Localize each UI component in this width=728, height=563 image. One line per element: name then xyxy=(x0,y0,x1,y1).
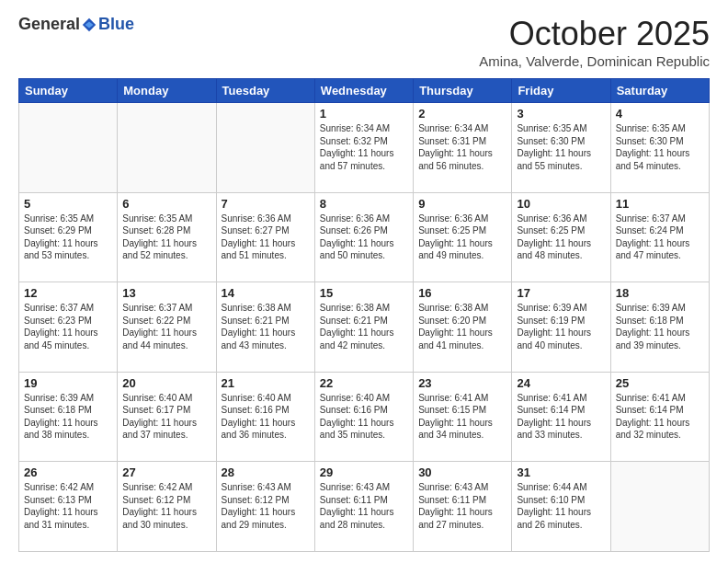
day-info: Sunrise: 6:41 AM Sunset: 6:14 PM Dayligh… xyxy=(517,392,605,442)
logo: General Blue xyxy=(18,15,134,34)
table-cell: 16Sunrise: 6:38 AM Sunset: 6:20 PM Dayli… xyxy=(414,282,512,373)
table-cell: 25Sunrise: 6:41 AM Sunset: 6:14 PM Dayli… xyxy=(610,372,709,462)
table-cell: 14Sunrise: 6:38 AM Sunset: 6:21 PM Dayli… xyxy=(216,282,314,373)
day-number: 2 xyxy=(418,107,506,121)
header-tuesday: Tuesday xyxy=(216,79,314,103)
header: General Blue October 2025 Amina, Valverd… xyxy=(18,15,710,69)
table-cell: 31Sunrise: 6:44 AM Sunset: 6:10 PM Dayli… xyxy=(512,462,610,552)
table-cell xyxy=(118,103,216,193)
week-row-4: 26Sunrise: 6:42 AM Sunset: 6:13 PM Dayli… xyxy=(19,462,710,552)
day-number: 7 xyxy=(222,197,310,211)
table-cell: 24Sunrise: 6:41 AM Sunset: 6:14 PM Dayli… xyxy=(512,372,610,462)
day-number: 24 xyxy=(517,376,605,390)
day-number: 27 xyxy=(122,465,210,479)
day-info: Sunrise: 6:34 AM Sunset: 6:31 PM Dayligh… xyxy=(418,122,506,172)
day-info: Sunrise: 6:41 AM Sunset: 6:15 PM Dayligh… xyxy=(418,392,506,442)
header-saturday: Saturday xyxy=(610,79,709,103)
header-monday: Monday xyxy=(118,79,216,103)
day-info: Sunrise: 6:40 AM Sunset: 6:16 PM Dayligh… xyxy=(222,392,310,442)
table-cell: 30Sunrise: 6:43 AM Sunset: 6:11 PM Dayli… xyxy=(414,462,512,552)
day-number: 26 xyxy=(24,465,112,479)
day-info: Sunrise: 6:35 AM Sunset: 6:30 PM Dayligh… xyxy=(616,122,704,172)
day-info: Sunrise: 6:38 AM Sunset: 6:21 PM Dayligh… xyxy=(222,302,310,351)
header-wednesday: Wednesday xyxy=(314,79,413,103)
day-info: Sunrise: 6:42 AM Sunset: 6:12 PM Dayligh… xyxy=(122,481,210,531)
day-number: 4 xyxy=(616,107,704,121)
day-number: 12 xyxy=(24,286,112,300)
table-cell: 19Sunrise: 6:39 AM Sunset: 6:18 PM Dayli… xyxy=(19,372,118,462)
day-info: Sunrise: 6:42 AM Sunset: 6:13 PM Dayligh… xyxy=(24,481,112,531)
table-cell: 27Sunrise: 6:42 AM Sunset: 6:12 PM Dayli… xyxy=(118,462,216,552)
day-info: Sunrise: 6:36 AM Sunset: 6:26 PM Dayligh… xyxy=(320,213,408,262)
day-info: Sunrise: 6:44 AM Sunset: 6:10 PM Dayligh… xyxy=(517,481,605,531)
day-info: Sunrise: 6:39 AM Sunset: 6:18 PM Dayligh… xyxy=(616,302,704,351)
table-cell: 28Sunrise: 6:43 AM Sunset: 6:12 PM Dayli… xyxy=(216,462,314,552)
table-cell: 23Sunrise: 6:41 AM Sunset: 6:15 PM Dayli… xyxy=(414,372,512,462)
day-number: 1 xyxy=(320,107,408,121)
logo-icon xyxy=(81,17,97,33)
day-number: 8 xyxy=(320,197,408,211)
table-cell: 22Sunrise: 6:40 AM Sunset: 6:16 PM Dayli… xyxy=(314,372,413,462)
calendar-table: Sunday Monday Tuesday Wednesday Thursday… xyxy=(18,78,710,552)
table-cell: 3Sunrise: 6:35 AM Sunset: 6:30 PM Daylig… xyxy=(512,103,610,193)
day-number: 11 xyxy=(616,197,704,211)
day-info: Sunrise: 6:43 AM Sunset: 6:12 PM Dayligh… xyxy=(222,481,310,531)
day-number: 13 xyxy=(122,286,210,300)
title-block: October 2025 Amina, Valverde, Dominican … xyxy=(479,15,710,69)
day-info: Sunrise: 6:34 AM Sunset: 6:32 PM Dayligh… xyxy=(320,122,408,172)
weekday-header-row: Sunday Monday Tuesday Wednesday Thursday… xyxy=(19,79,710,103)
table-cell: 13Sunrise: 6:37 AM Sunset: 6:22 PM Dayli… xyxy=(118,282,216,373)
week-row-1: 5Sunrise: 6:35 AM Sunset: 6:29 PM Daylig… xyxy=(19,192,710,282)
table-cell: 18Sunrise: 6:39 AM Sunset: 6:18 PM Dayli… xyxy=(610,282,709,373)
day-info: Sunrise: 6:37 AM Sunset: 6:22 PM Dayligh… xyxy=(122,302,210,351)
day-info: Sunrise: 6:41 AM Sunset: 6:14 PM Dayligh… xyxy=(616,392,704,442)
table-cell xyxy=(610,462,709,552)
day-number: 14 xyxy=(222,286,310,300)
day-info: Sunrise: 6:43 AM Sunset: 6:11 PM Dayligh… xyxy=(320,481,408,531)
day-number: 19 xyxy=(24,376,112,390)
table-cell: 6Sunrise: 6:35 AM Sunset: 6:28 PM Daylig… xyxy=(118,192,216,282)
week-row-3: 19Sunrise: 6:39 AM Sunset: 6:18 PM Dayli… xyxy=(19,372,710,462)
day-info: Sunrise: 6:36 AM Sunset: 6:25 PM Dayligh… xyxy=(418,213,506,262)
day-number: 3 xyxy=(517,107,605,121)
day-number: 5 xyxy=(24,197,112,211)
day-info: Sunrise: 6:40 AM Sunset: 6:16 PM Dayligh… xyxy=(320,392,408,442)
table-cell: 7Sunrise: 6:36 AM Sunset: 6:27 PM Daylig… xyxy=(216,192,314,282)
table-cell: 4Sunrise: 6:35 AM Sunset: 6:30 PM Daylig… xyxy=(610,103,709,193)
day-info: Sunrise: 6:37 AM Sunset: 6:23 PM Dayligh… xyxy=(24,302,112,351)
week-row-0: 1Sunrise: 6:34 AM Sunset: 6:32 PM Daylig… xyxy=(19,103,710,193)
day-info: Sunrise: 6:35 AM Sunset: 6:30 PM Dayligh… xyxy=(517,122,605,172)
location-title: Amina, Valverde, Dominican Republic xyxy=(479,53,710,69)
table-cell xyxy=(19,103,118,193)
table-cell: 29Sunrise: 6:43 AM Sunset: 6:11 PM Dayli… xyxy=(314,462,413,552)
day-number: 29 xyxy=(320,465,408,479)
logo-general-text: General xyxy=(18,15,80,34)
day-info: Sunrise: 6:40 AM Sunset: 6:17 PM Dayligh… xyxy=(122,392,210,442)
day-number: 25 xyxy=(616,376,704,390)
day-info: Sunrise: 6:36 AM Sunset: 6:27 PM Dayligh… xyxy=(222,213,310,262)
table-cell: 1Sunrise: 6:34 AM Sunset: 6:32 PM Daylig… xyxy=(314,103,413,193)
week-row-2: 12Sunrise: 6:37 AM Sunset: 6:23 PM Dayli… xyxy=(19,282,710,373)
day-info: Sunrise: 6:38 AM Sunset: 6:20 PM Dayligh… xyxy=(418,302,506,351)
table-cell: 21Sunrise: 6:40 AM Sunset: 6:16 PM Dayli… xyxy=(216,372,314,462)
table-cell: 5Sunrise: 6:35 AM Sunset: 6:29 PM Daylig… xyxy=(19,192,118,282)
table-cell: 26Sunrise: 6:42 AM Sunset: 6:13 PM Dayli… xyxy=(19,462,118,552)
day-number: 6 xyxy=(122,197,210,211)
day-number: 18 xyxy=(616,286,704,300)
day-number: 15 xyxy=(320,286,408,300)
table-cell: 17Sunrise: 6:39 AM Sunset: 6:19 PM Dayli… xyxy=(512,282,610,373)
day-info: Sunrise: 6:43 AM Sunset: 6:11 PM Dayligh… xyxy=(418,481,506,531)
table-cell: 10Sunrise: 6:36 AM Sunset: 6:25 PM Dayli… xyxy=(512,192,610,282)
day-info: Sunrise: 6:35 AM Sunset: 6:29 PM Dayligh… xyxy=(24,213,112,262)
day-number: 21 xyxy=(222,376,310,390)
table-cell: 12Sunrise: 6:37 AM Sunset: 6:23 PM Dayli… xyxy=(19,282,118,373)
day-info: Sunrise: 6:39 AM Sunset: 6:18 PM Dayligh… xyxy=(24,392,112,442)
table-cell xyxy=(216,103,314,193)
table-cell: 11Sunrise: 6:37 AM Sunset: 6:24 PM Dayli… xyxy=(610,192,709,282)
table-cell: 2Sunrise: 6:34 AM Sunset: 6:31 PM Daylig… xyxy=(414,103,512,193)
logo-blue-text: Blue xyxy=(98,15,134,34)
day-info: Sunrise: 6:38 AM Sunset: 6:21 PM Dayligh… xyxy=(320,302,408,351)
day-number: 28 xyxy=(222,465,310,479)
header-sunday: Sunday xyxy=(19,79,118,103)
day-info: Sunrise: 6:35 AM Sunset: 6:28 PM Dayligh… xyxy=(122,213,210,262)
